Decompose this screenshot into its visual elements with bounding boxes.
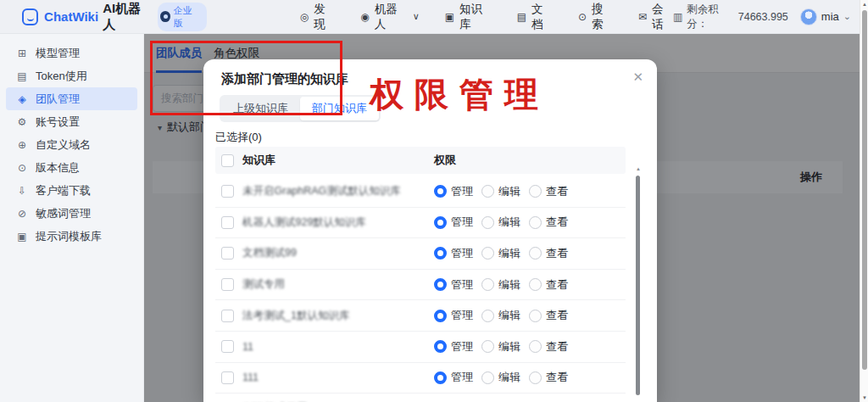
permission-option-查看[interactable]: 查看: [529, 184, 568, 199]
permission-option-管理[interactable]: 管理: [434, 277, 473, 293]
sidebar-item-label: 账号设置: [36, 114, 80, 130]
permission-option-编辑[interactable]: 编辑: [481, 308, 520, 323]
header-right: ▥ 剩余积分： 74663.995 mia ⌄: [673, 3, 860, 31]
sidebar-item[interactable]: ⊙版本信息: [6, 156, 137, 179]
radio-icon[interactable]: [434, 371, 447, 384]
permission-group: 管理编辑查看: [434, 370, 568, 385]
radio-icon[interactable]: [434, 185, 447, 198]
sidebar-item[interactable]: ⊘敏感词管理: [6, 202, 137, 225]
permission-option-编辑[interactable]: 编辑: [481, 184, 520, 199]
sidebar-item[interactable]: ⊕自定义域名: [6, 133, 137, 156]
permission-option-管理[interactable]: 管理: [434, 184, 473, 199]
permission-option-查看[interactable]: 查看: [529, 246, 568, 261]
kb-name: 未开启GraphRAG测试默认知识库: [242, 184, 434, 198]
sidebar-item[interactable]: ⚙账号设置: [6, 110, 137, 133]
segment-parent-kb[interactable]: 上级知识库: [221, 97, 300, 120]
radio-icon[interactable]: [529, 278, 542, 291]
radio-icon[interactable]: [481, 371, 494, 384]
scrollbar-up-icon[interactable]: ▲: [860, 2, 868, 7]
radio-icon[interactable]: [434, 247, 447, 260]
nav-item-search[interactable]: ⊙搜索: [578, 2, 613, 32]
row-checkbox[interactable]: [221, 371, 234, 384]
page-scrollbar-thumb[interactable]: [862, 10, 867, 370]
chevron-down-icon: ⌄: [843, 11, 851, 22]
document-icon: ▤: [517, 11, 526, 23]
radio-icon[interactable]: [529, 247, 542, 260]
permission-label: 管理: [451, 370, 473, 385]
permission-label: 管理: [451, 246, 473, 261]
permission-label: 编辑: [498, 246, 520, 261]
permission-option-查看[interactable]: 查看: [529, 277, 568, 293]
radio-icon[interactable]: [481, 310, 494, 322]
radio-icon[interactable]: [481, 216, 494, 229]
radio-icon[interactable]: [529, 371, 542, 384]
radio-icon[interactable]: [529, 310, 542, 322]
kb-row: 111管理编辑查看: [215, 363, 626, 394]
modal-scrollbar-thumb[interactable]: [636, 176, 640, 395]
row-checkbox[interactable]: [221, 247, 234, 260]
radio-icon[interactable]: [481, 185, 494, 198]
permission-option-查看[interactable]: 查看: [529, 370, 568, 385]
sidebar-item-label: 自定义域名: [36, 137, 91, 153]
row-checkbox[interactable]: [221, 310, 234, 322]
user-menu[interactable]: mia ⌄: [800, 8, 851, 25]
sidebar-item[interactable]: ▤Token使用: [6, 64, 137, 87]
row-checkbox[interactable]: [221, 185, 234, 198]
permission-label: 编辑: [498, 277, 520, 293]
info-icon: ⊙: [16, 162, 28, 174]
radio-icon[interactable]: [481, 278, 494, 291]
credits-value: 74663.995: [738, 11, 788, 23]
row-checkbox[interactable]: [221, 340, 234, 353]
scroll-up-icon[interactable]: ▲: [635, 166, 642, 171]
permission-option-查看[interactable]: 查看: [529, 215, 568, 230]
badge-dot-icon: [160, 11, 170, 22]
radio-icon[interactable]: [529, 185, 542, 198]
radio-icon[interactable]: [434, 278, 447, 291]
sidebar-item-label: 敏感词管理: [36, 206, 91, 221]
nav-item-conversation[interactable]: ✉会话: [638, 2, 673, 32]
radio-icon[interactable]: [529, 340, 542, 353]
permission-option-查看[interactable]: 查看: [529, 308, 568, 323]
segment-department-kb[interactable]: 部门知识库: [300, 97, 379, 120]
radio-icon[interactable]: [434, 216, 447, 229]
permission-option-管理[interactable]: 管理: [434, 215, 473, 230]
permission-option-查看[interactable]: 查看: [529, 339, 568, 355]
permission-option-编辑[interactable]: 编辑: [481, 215, 520, 230]
radio-icon[interactable]: [529, 216, 542, 229]
radio-icon[interactable]: [481, 340, 494, 353]
permission-label: 管理: [451, 308, 473, 323]
permission-option-管理[interactable]: 管理: [434, 246, 473, 261]
radio-icon[interactable]: [434, 310, 447, 322]
close-icon[interactable]: ✕: [632, 70, 643, 85]
permission-option-管理[interactable]: 管理: [434, 370, 473, 385]
sidebar-item[interactable]: ▣提示词模板库: [6, 225, 137, 248]
knowledge-base-icon: ▣: [445, 11, 454, 23]
radio-icon[interactable]: [434, 340, 447, 353]
modal-scrollbar[interactable]: ▲: [635, 166, 642, 399]
radio-icon[interactable]: [481, 247, 494, 260]
chevron-down-icon: ∨: [413, 11, 420, 22]
permission-option-编辑[interactable]: 编辑: [481, 277, 520, 293]
scrollbar-down-icon[interactable]: ▼: [860, 395, 868, 400]
permission-option-编辑[interactable]: 编辑: [481, 370, 520, 385]
kb-name: 11: [242, 341, 434, 353]
discover-icon: ◎: [300, 11, 309, 23]
select-all-checkbox[interactable]: [221, 154, 234, 167]
prompt-template-icon: ▣: [16, 231, 28, 243]
nav-item-robot[interactable]: ◉机器人∨: [360, 2, 420, 32]
permission-option-编辑[interactable]: 编辑: [481, 246, 520, 261]
nav-item-document[interactable]: ▤文档: [517, 2, 553, 32]
permission-label: 管理: [451, 277, 473, 293]
sidebar-item[interactable]: ⇩客户端下载: [6, 179, 137, 202]
row-checkbox[interactable]: [221, 278, 234, 291]
sidebar-item[interactable]: ◈团队管理: [6, 87, 137, 110]
row-checkbox[interactable]: [221, 216, 234, 229]
sidebar-item[interactable]: ⊞模型管理: [6, 42, 137, 64]
nav-item-knowledge-base[interactable]: ▣知识库: [445, 2, 492, 32]
nav-item-discover[interactable]: ◎发现: [300, 2, 335, 32]
permission-option-编辑[interactable]: 编辑: [481, 339, 520, 355]
chatwiki-logo-icon: [22, 8, 38, 25]
permission-option-管理[interactable]: 管理: [434, 339, 473, 355]
permission-option-管理[interactable]: 管理: [434, 308, 473, 323]
page-scrollbar[interactable]: ▲ ▼: [860, 0, 868, 402]
